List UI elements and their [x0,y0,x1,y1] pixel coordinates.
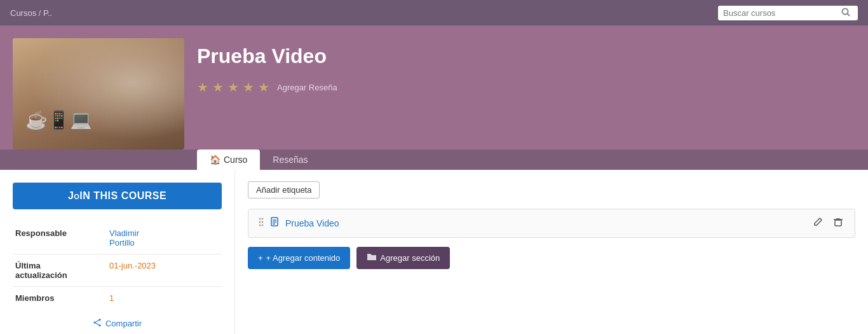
meta-row-members: Miembros 1 [13,287,222,310]
svg-point-8 [262,218,264,220]
course-thumbnail [13,38,184,150]
rating-area: ★ ★ ★ ★ ★ Agregar Reseña [197,80,843,95]
meta-value-members: 1 [107,287,222,310]
section-item: Prueba Video [248,209,855,238]
star-4: ★ [243,80,254,95]
meta-label-members: Miembros [13,287,107,310]
meta-row-updated: Últimaactualización 01-jun.-2023 [13,254,222,287]
meta-table: Responsable VladimirPortillo Últimaactua… [13,222,222,309]
share-icon [93,318,102,329]
tab-curso-label: Curso [224,155,247,165]
drag-icon[interactable] [257,217,265,230]
course-content: Añadir etiqueta [235,170,868,281]
section-actions [810,216,846,231]
home-icon: 🏠 [210,155,220,165]
add-content-label: + Agregar contenido [266,253,341,263]
hero-info: Prueba Video ★ ★ ★ ★ ★ Agregar Reseña [184,38,855,108]
course-title: Prueba Video [197,45,843,68]
edit-section-button[interactable] [810,216,825,231]
action-buttons: + + Agregar contenido Agregar sección [248,247,855,269]
topbar: Cursos / P.. [0,0,868,25]
tab-curso[interactable]: 🏠 Curso [197,150,260,170]
delete-section-button[interactable] [831,216,846,231]
tabbar: 🏠 Curso Reseñas [0,150,868,170]
meta-value-updated: 01-jun.-2023 [107,254,222,287]
search-bar[interactable] [718,6,858,20]
search-input[interactable] [723,8,837,18]
breadcrumb[interactable]: Cursos / P.. [10,8,52,18]
add-content-button[interactable]: + + Agregar contenido [248,247,350,269]
tab-resenas[interactable]: Reseñas [260,150,320,170]
add-review-link[interactable]: Agregar Reseña [277,83,337,92]
svg-point-4 [98,324,100,326]
add-section-button[interactable]: Agregar sección [356,247,450,269]
hero-section: Prueba Video ★ ★ ★ ★ ★ Agregar Reseña [0,25,868,150]
share-link[interactable]: Compartir [13,318,222,329]
add-tag-button[interactable]: Añadir etiqueta [248,181,320,198]
svg-point-0 [843,8,848,14]
svg-line-6 [95,323,98,325]
svg-point-2 [98,319,100,321]
meta-value-responsible[interactable]: VladimirPortillo [107,222,222,254]
meta-row-responsible: Responsable VladimirPortillo [13,222,222,254]
folder-icon [367,253,377,263]
meta-label-updated: Últimaactualización [13,254,107,287]
svg-line-1 [848,13,850,16]
star-5: ★ [258,80,269,95]
svg-point-12 [262,225,264,226]
svg-point-9 [259,221,261,223]
star-1: ★ [197,80,208,95]
svg-point-7 [259,218,261,220]
file-icon [270,217,280,230]
svg-point-11 [259,225,261,226]
join-course-button[interactable]: JoIN THIS COURSE [13,183,222,209]
star-3: ★ [227,80,239,95]
svg-point-3 [93,322,95,324]
svg-rect-17 [835,220,841,226]
main-layout: JoIN THIS COURSE Responsable VladimirPor… [0,170,868,334]
tab-resenas-label: Reseñas [273,155,308,165]
section-title: Prueba Video [285,218,810,228]
svg-line-5 [95,320,98,322]
sidebar: JoIN THIS COURSE Responsable VladimirPor… [0,170,235,334]
add-section-label: Agregar sección [380,253,440,263]
svg-point-10 [262,221,264,223]
star-2: ★ [212,80,224,95]
share-label: Compartir [105,319,142,328]
meta-label-responsible: Responsable [13,222,107,254]
plus-icon: + [258,253,263,263]
search-icon [841,8,850,18]
